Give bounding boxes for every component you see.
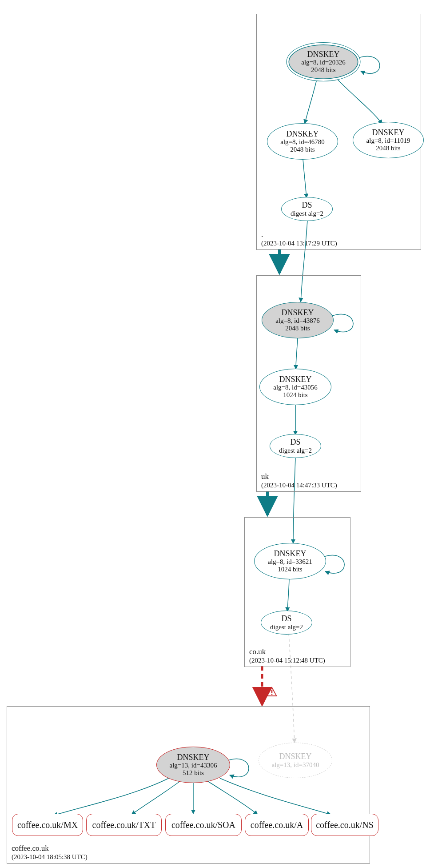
node-root-other-title: DNSKEY: [372, 129, 404, 137]
node-root-other-sub2: 2048 bits: [376, 145, 400, 152]
node-root-ksk: DNSKEY alg=8, id=20326 2048 bits: [287, 42, 361, 81]
node-uk-ds-title: DS: [290, 438, 300, 447]
node-coffee-key-sub1: alg=13, id=43306: [170, 762, 217, 769]
node-uk-ksk-title: DNSKEY: [281, 309, 314, 317]
node-root-ds-title: DS: [302, 201, 312, 210]
node-root-ds: DS digest alg=2: [281, 197, 333, 221]
node-coffee-key-sub2: 512 bits: [183, 769, 204, 777]
zone-couk-label: co.uk (2023-10-04 15:12:48 UTC): [249, 647, 325, 665]
node-root-zsk-sub1: alg=8, id=46780: [280, 138, 324, 146]
node-root-ksk-title: DNSKEY: [307, 50, 339, 59]
node-uk-zsk-title: DNSKEY: [279, 375, 311, 384]
node-root-ksk-sub1: alg=8, id=20326: [301, 59, 345, 66]
svg-rect-1: [271, 694, 273, 695]
node-couk-ds-sub1: digest alg=2: [270, 623, 303, 631]
node-uk-zsk-sub2: 1024 bits: [283, 391, 307, 399]
node-root-zsk-sub2: 2048 bits: [290, 146, 315, 153]
node-root-ksk-sub2: 2048 bits: [311, 66, 335, 74]
node-rr-mx: coffee.co.uk/MX: [12, 814, 83, 836]
node-uk-ksk: DNSKEY alg=8, id=43876 2048 bits: [262, 302, 334, 338]
zone-uk-name: uk: [261, 472, 337, 481]
zone-coffee-label: coffee.co.uk (2023-10-04 18:05:38 UTC): [12, 844, 88, 861]
zone-coffee-name: coffee.co.uk: [12, 844, 88, 853]
zone-uk-label: uk (2023-10-04 14:47:33 UTC): [261, 472, 337, 490]
node-couk-key: DNSKEY alg=8, id=33621 1024 bits: [254, 543, 326, 579]
node-couk-ds-title: DS: [281, 615, 291, 623]
node-rr-txt-label: coffee.co.uk/TXT: [92, 820, 156, 830]
warning-icon: [266, 686, 278, 697]
node-root-other: DNSKEY alg=8, id=11019 2048 bits: [353, 122, 424, 158]
zone-couk-timestamp: (2023-10-04 15:12:48 UTC): [249, 656, 325, 665]
zone-root-label: . (2023-10-04 13:17:29 UTC): [261, 230, 337, 248]
node-coffee-key-title: DNSKEY: [177, 753, 209, 762]
node-couk-ds: DS digest alg=2: [261, 611, 312, 635]
zone-root-name: .: [261, 230, 337, 239]
zone-couk-name: co.uk: [249, 647, 325, 656]
dnsviz-diagram: . (2023-10-04 13:17:29 UTC) uk (2023-10-…: [0, 0, 426, 868]
node-coffee-ghost: DNSKEY alg=13, id=37040: [259, 743, 332, 778]
node-coffee-ghost-sub1: alg=13, id=37040: [272, 761, 319, 769]
node-rr-txt: coffee.co.uk/TXT: [86, 814, 162, 836]
node-uk-ds: DS digest alg=2: [270, 434, 321, 458]
node-rr-ns-label: coffee.co.uk/NS: [316, 820, 374, 830]
zone-coffee-timestamp: (2023-10-04 18:05:38 UTC): [12, 853, 88, 861]
node-couk-key-title: DNSKEY: [274, 550, 306, 559]
node-uk-zsk-sub1: alg=8, id=43056: [273, 384, 317, 391]
svg-rect-0: [271, 690, 273, 693]
node-couk-key-sub1: alg=8, id=33621: [268, 558, 312, 566]
node-couk-key-sub2: 1024 bits: [278, 566, 302, 573]
node-uk-ds-sub1: digest alg=2: [279, 447, 312, 454]
node-rr-ns: coffee.co.uk/NS: [311, 814, 378, 836]
node-root-zsk: DNSKEY alg=8, id=46780 2048 bits: [267, 123, 338, 160]
node-root-other-sub1: alg=8, id=11019: [366, 137, 410, 145]
node-rr-soa: coffee.co.uk/SOA: [165, 814, 242, 836]
node-uk-zsk: DNSKEY alg=8, id=43056 1024 bits: [259, 369, 331, 405]
zone-coffee: coffee.co.uk (2023-10-04 18:05:38 UTC): [7, 706, 370, 864]
node-uk-ksk-sub1: alg=8, id=43876: [275, 317, 319, 325]
node-uk-ksk-sub2: 2048 bits: [285, 325, 310, 332]
node-rr-soa-label: coffee.co.uk/SOA: [171, 820, 235, 830]
zone-couk: co.uk (2023-10-04 15:12:48 UTC): [244, 517, 350, 667]
node-root-zsk-title: DNSKEY: [286, 130, 319, 139]
node-coffee-ghost-title: DNSKEY: [279, 752, 311, 761]
node-rr-a-label: coffee.co.uk/A: [251, 820, 303, 830]
node-rr-mx-label: coffee.co.uk/MX: [17, 820, 78, 830]
zone-uk-timestamp: (2023-10-04 14:47:33 UTC): [261, 481, 337, 490]
node-coffee-key: DNSKEY alg=13, id=43306 512 bits: [156, 747, 230, 783]
zone-root-timestamp: (2023-10-04 13:17:29 UTC): [261, 239, 337, 248]
node-rr-a: coffee.co.uk/A: [245, 814, 309, 836]
node-root-ds-sub1: digest alg=2: [291, 210, 323, 217]
